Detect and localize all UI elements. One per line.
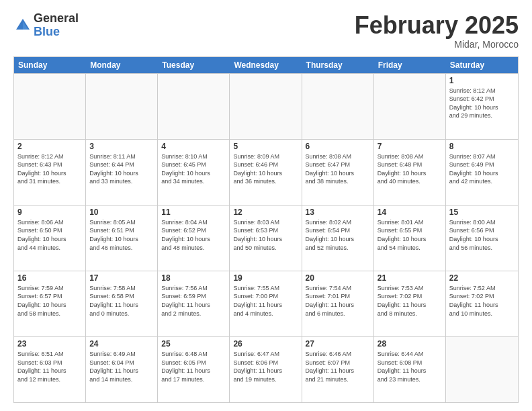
calendar-cell: 6Sunrise: 8:08 AM Sunset: 6:47 PM Daylig…: [302, 140, 374, 205]
calendar-cell: 17Sunrise: 7:58 AM Sunset: 6:58 PM Dayli…: [86, 271, 158, 336]
calendar-cell: 8Sunrise: 8:07 AM Sunset: 6:49 PM Daylig…: [446, 140, 518, 205]
day-number: 1: [449, 76, 515, 85]
header-day-saturday: Saturday: [446, 57, 518, 73]
day-number: 27: [306, 339, 370, 349]
calendar-cell: 13Sunrise: 8:02 AM Sunset: 6:54 PM Dayli…: [302, 205, 374, 271]
day-number: 20: [306, 273, 370, 283]
day-number: 2: [17, 142, 82, 151]
day-info: Sunrise: 6:47 AM Sunset: 6:06 PM Dayligh…: [233, 350, 298, 383]
calendar-cell: [14, 74, 86, 139]
calendar-cell: 24Sunrise: 6:49 AM Sunset: 6:04 PM Dayli…: [86, 337, 158, 402]
day-number: 14: [378, 208, 442, 217]
day-info: Sunrise: 8:07 AM Sunset: 6:49 PM Dayligh…: [449, 152, 515, 186]
title-block: February 2025 Midar, Morocco: [355, 12, 519, 50]
calendar-row-2: 9Sunrise: 8:06 AM Sunset: 6:50 PM Daylig…: [14, 205, 518, 271]
day-number: 19: [233, 273, 298, 283]
calendar-cell: 26Sunrise: 6:47 AM Sunset: 6:06 PM Dayli…: [230, 337, 302, 402]
calendar-cell: [230, 74, 302, 139]
calendar-cell: 23Sunrise: 6:51 AM Sunset: 6:03 PM Dayli…: [14, 337, 86, 402]
calendar-cell: 18Sunrise: 7:56 AM Sunset: 6:59 PM Dayli…: [158, 271, 230, 336]
calendar-cell: 3Sunrise: 8:11 AM Sunset: 6:44 PM Daylig…: [86, 140, 158, 205]
month-title: February 2025: [355, 12, 519, 39]
day-number: 24: [89, 339, 154, 349]
day-number: 25: [161, 339, 226, 349]
day-info: Sunrise: 6:46 AM Sunset: 6:07 PM Dayligh…: [306, 350, 370, 383]
calendar-cell: 10Sunrise: 8:05 AM Sunset: 6:51 PM Dayli…: [86, 205, 158, 271]
day-info: Sunrise: 8:08 AM Sunset: 6:48 PM Dayligh…: [378, 152, 442, 186]
calendar-cell: 5Sunrise: 8:09 AM Sunset: 6:46 PM Daylig…: [230, 140, 302, 205]
calendar-cell: [302, 74, 374, 139]
day-number: 13: [306, 208, 370, 217]
day-info: Sunrise: 8:00 AM Sunset: 6:56 PM Dayligh…: [449, 218, 515, 252]
day-number: 12: [233, 208, 298, 217]
calendar-row-0: 1Sunrise: 8:12 AM Sunset: 6:42 PM Daylig…: [14, 73, 518, 139]
day-number: 26: [233, 339, 298, 349]
calendar-cell: 21Sunrise: 7:53 AM Sunset: 7:02 PM Dayli…: [374, 271, 446, 336]
calendar-cell: 20Sunrise: 7:54 AM Sunset: 7:01 PM Dayli…: [302, 271, 374, 336]
calendar-cell: 25Sunrise: 6:48 AM Sunset: 6:05 PM Dayli…: [158, 337, 230, 402]
day-info: Sunrise: 8:08 AM Sunset: 6:47 PM Dayligh…: [306, 152, 370, 186]
day-info: Sunrise: 7:53 AM Sunset: 7:02 PM Dayligh…: [378, 284, 442, 318]
day-number: 11: [161, 208, 226, 217]
calendar-row-1: 2Sunrise: 8:12 AM Sunset: 6:43 PM Daylig…: [14, 139, 518, 205]
day-number: 15: [449, 208, 515, 217]
day-info: Sunrise: 8:05 AM Sunset: 6:51 PM Dayligh…: [89, 218, 154, 252]
day-info: Sunrise: 8:06 AM Sunset: 6:50 PM Dayligh…: [17, 218, 82, 252]
day-number: 23: [17, 339, 82, 349]
calendar-cell: 9Sunrise: 8:06 AM Sunset: 6:50 PM Daylig…: [14, 205, 86, 271]
day-info: Sunrise: 6:49 AM Sunset: 6:04 PM Dayligh…: [89, 350, 154, 383]
page: General Blue February 2025 Midar, Morocc…: [0, 0, 532, 411]
calendar-cell: 28Sunrise: 6:44 AM Sunset: 6:08 PM Dayli…: [374, 337, 446, 402]
calendar-header: SundayMondayTuesdayWednesdayThursdayFrid…: [14, 57, 518, 73]
calendar-cell: 14Sunrise: 8:01 AM Sunset: 6:55 PM Dayli…: [374, 205, 446, 271]
day-info: Sunrise: 8:04 AM Sunset: 6:52 PM Dayligh…: [161, 218, 226, 252]
day-number: 28: [378, 339, 442, 349]
day-info: Sunrise: 6:51 AM Sunset: 6:03 PM Dayligh…: [17, 350, 82, 383]
calendar-row-3: 16Sunrise: 7:59 AM Sunset: 6:57 PM Dayli…: [14, 271, 518, 336]
day-number: 18: [161, 273, 226, 283]
day-number: 16: [17, 273, 82, 283]
header-day-tuesday: Tuesday: [158, 57, 230, 73]
day-info: Sunrise: 7:59 AM Sunset: 6:57 PM Dayligh…: [17, 284, 82, 318]
day-info: Sunrise: 8:03 AM Sunset: 6:53 PM Dayligh…: [233, 218, 298, 252]
header-day-thursday: Thursday: [302, 57, 374, 73]
header-day-monday: Monday: [86, 57, 158, 73]
day-info: Sunrise: 6:48 AM Sunset: 6:05 PM Dayligh…: [161, 350, 226, 383]
day-info: Sunrise: 8:09 AM Sunset: 6:46 PM Dayligh…: [233, 152, 298, 186]
day-info: Sunrise: 6:44 AM Sunset: 6:08 PM Dayligh…: [378, 350, 442, 383]
day-number: 17: [89, 273, 154, 283]
day-info: Sunrise: 7:56 AM Sunset: 6:59 PM Dayligh…: [161, 284, 226, 318]
logo-icon: [13, 16, 32, 35]
header: General Blue February 2025 Midar, Morocc…: [13, 12, 519, 50]
day-number: 22: [449, 273, 515, 283]
header-day-friday: Friday: [374, 57, 446, 73]
calendar-cell: 2Sunrise: 8:12 AM Sunset: 6:43 PM Daylig…: [14, 140, 86, 205]
day-number: 9: [17, 208, 82, 217]
calendar-cell: 16Sunrise: 7:59 AM Sunset: 6:57 PM Dayli…: [14, 271, 86, 336]
calendar-cell: 1Sunrise: 8:12 AM Sunset: 6:42 PM Daylig…: [446, 74, 518, 139]
day-number: 6: [306, 142, 370, 151]
day-number: 4: [161, 142, 226, 151]
calendar-body: 1Sunrise: 8:12 AM Sunset: 6:42 PM Daylig…: [14, 73, 518, 402]
calendar-cell: 22Sunrise: 7:52 AM Sunset: 7:02 PM Dayli…: [446, 271, 518, 336]
day-number: 7: [378, 142, 442, 151]
day-number: 5: [233, 142, 298, 151]
day-number: 21: [378, 273, 442, 283]
day-info: Sunrise: 8:12 AM Sunset: 6:43 PM Dayligh…: [17, 152, 82, 186]
logo-general-text: General: [34, 12, 79, 26]
calendar-cell: [158, 74, 230, 139]
calendar-cell: 11Sunrise: 8:04 AM Sunset: 6:52 PM Dayli…: [158, 205, 230, 271]
logo-text: General Blue: [34, 12, 79, 39]
day-number: 8: [449, 142, 515, 151]
location-subtitle: Midar, Morocco: [355, 39, 519, 50]
calendar-cell: 19Sunrise: 7:55 AM Sunset: 7:00 PM Dayli…: [230, 271, 302, 336]
day-info: Sunrise: 8:11 AM Sunset: 6:44 PM Dayligh…: [89, 152, 154, 186]
calendar-cell: [446, 337, 518, 402]
logo-blue-text: Blue: [34, 26, 79, 39]
header-day-sunday: Sunday: [14, 57, 86, 73]
calendar: SundayMondayTuesdayWednesdayThursdayFrid…: [13, 56, 519, 403]
day-info: Sunrise: 7:52 AM Sunset: 7:02 PM Dayligh…: [449, 284, 515, 318]
logo: General Blue: [13, 12, 79, 39]
calendar-row-4: 23Sunrise: 6:51 AM Sunset: 6:03 PM Dayli…: [14, 336, 518, 402]
calendar-cell: 15Sunrise: 8:00 AM Sunset: 6:56 PM Dayli…: [446, 205, 518, 271]
